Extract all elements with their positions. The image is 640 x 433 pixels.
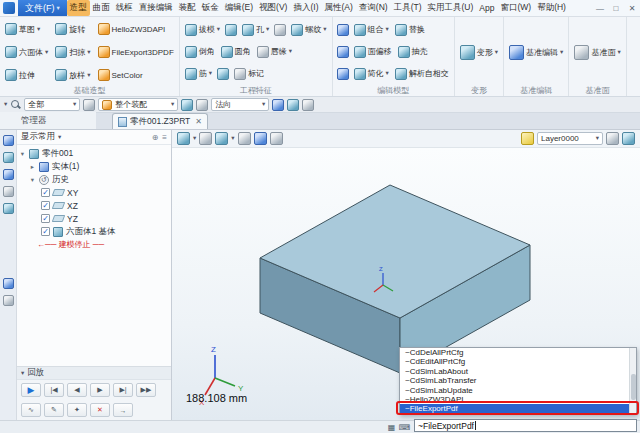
autocomplete-item[interactable]: ~CdSimLabAbout [400,367,629,376]
autocomplete-item[interactable]: ~CdSimLabTransfer [400,376,629,385]
tree-options-icon[interactable]: ≡ [162,133,167,142]
view-settings-icon[interactable] [622,132,635,145]
revolve-button[interactable]: 旋转 [53,19,92,39]
autocomplete-scrollbar[interactable] [629,348,636,414]
feature-tool-button-2[interactable] [273,20,287,40]
checkbox-checked[interactable]: ✓ [41,201,50,210]
snap-filter-icon[interactable] [181,99,193,111]
autocomplete-item[interactable]: ~CdDelAllPrtCfg [400,348,629,357]
checkbox-checked[interactable]: ✓ [41,214,50,223]
edit-tool-button-2[interactable] [336,42,350,62]
autocomplete-item-selected[interactable]: ~FileExportPdf [400,404,629,413]
extrude-button[interactable]: 拉伸 [3,65,50,85]
close-button[interactable]: ✕ [626,4,638,13]
menu-attributes[interactable]: 属性(A) [321,0,355,16]
maximize-button[interactable]: □ [610,4,622,13]
view-orientation-icon[interactable] [177,132,190,145]
chevron-down-icon[interactable]: ▾ [4,101,7,108]
go-to-start-button[interactable]: |◀ [44,383,64,397]
chevron-right-icon[interactable]: ▸ [29,163,36,171]
box-button[interactable]: 六面体▾ [3,42,50,62]
assembly-tab-icon[interactable] [3,169,14,180]
quick-tool-icon-3[interactable] [302,99,314,111]
menu-edit[interactable]: 编辑(E) [222,0,256,16]
datum-edit-button[interactable]: 基准编辑▾ [507,42,565,62]
visual-tab-icon[interactable] [3,203,14,214]
hello-zw3dapi-button[interactable]: HelloZW3DAPI [96,19,176,39]
scrollbar-thumb[interactable] [631,374,636,400]
lip-button[interactable]: 唇缘▾ [255,42,294,62]
tree-item-box-feature[interactable]: ✓ 六面体1 基体 [17,225,171,238]
jump-tool-button[interactable]: → [113,403,133,417]
layer-tab-icon[interactable] [3,186,14,197]
tree-item-plane-xz[interactable]: ✓ XZ [17,199,171,212]
loft-button[interactable]: 放样▾ [53,65,92,85]
quick-tool-icon-2[interactable] [287,99,299,111]
edit-tool-button[interactable]: ✎ [44,403,64,417]
delete-tool-button[interactable]: ✕ [90,403,110,417]
zoom-fit-icon[interactable] [270,132,283,145]
shade-mode-icon[interactable] [215,132,228,145]
feature-tool-button-1[interactable] [224,20,238,40]
curve-tool-button[interactable]: ∿ [21,403,41,417]
sketch-button[interactable]: 草图▾ [3,19,50,39]
visibility-icon[interactable] [606,132,619,145]
file-export-3dpdf-button[interactable]: FileExport3DPDF [96,42,176,62]
hole-button[interactable]: 孔▾ [240,20,271,40]
menu-inquire[interactable]: 查询(N) [356,0,391,16]
history-stop-marker[interactable]: ←── 建模停止 ── [17,238,171,251]
minimize-button[interactable]: — [594,4,606,13]
scope-dropdown[interactable]: 整个装配 ▾ [98,98,178,111]
resolve-self-intersection-button[interactable]: 解析自相交 [393,64,451,84]
section-view-icon[interactable] [254,132,267,145]
step-forward-button[interactable]: ▶ [90,383,110,397]
command-list-icon[interactable]: ▦ [386,422,397,433]
orientation-dropdown[interactable]: 法向 ▾ [211,98,269,111]
chevron-down-icon[interactable]: ▾ [193,135,196,142]
sweep-button[interactable]: 扫掠▾ [53,42,92,62]
face-offset-button[interactable]: 面偏移 [352,42,394,62]
document-tab[interactable]: 零件001.Z3PRT ✕ [112,113,208,129]
edit-tool-button-3[interactable] [336,64,350,84]
morph-button[interactable]: 变形▾ [458,42,500,62]
checkbox-checked[interactable]: ✓ [41,227,50,236]
menu-help[interactable]: 帮助(H) [534,0,569,16]
command-input[interactable]: ~FileExportPdf [414,419,637,432]
selection-mode-icon[interactable] [196,99,208,111]
rib-button[interactable]: 筋▾ [183,64,214,84]
simplify-button[interactable]: 简化▾ [352,64,391,84]
shell-button[interactable]: 抽壳 [396,42,430,62]
mark-button[interactable]: 标记 [232,64,266,84]
autocomplete-item[interactable]: ~CdEditAllPrtCfg [400,357,629,366]
expand-all-icon[interactable]: ⊕ [152,133,159,142]
fillet-button[interactable]: 圆角 [219,42,253,62]
tab-surface[interactable]: 曲面 [90,0,113,16]
close-tab-icon[interactable]: ✕ [195,117,202,126]
layer-icon[interactable] [521,132,534,145]
manager-tab-icon[interactable] [3,135,14,146]
menu-tools[interactable]: 工具(T) [391,0,425,16]
tab-direct-edit[interactable]: 直接编辑 [136,0,176,16]
role-tab-icon[interactable] [3,295,14,306]
playback-header[interactable]: ▾ 回放 [17,367,171,380]
thread-button[interactable]: 螺纹▾ [289,20,328,40]
pick-filter-icon[interactable] [83,99,95,111]
view-tab-icon[interactable] [3,278,14,289]
menu-utilities[interactable]: 实用工具(U) [425,0,477,16]
file-menu-button[interactable]: 文件(F) ▾ [18,0,67,17]
chevron-down-icon[interactable]: ▾ [29,176,36,184]
replace-button[interactable]: 替换 [393,20,427,40]
tree-item-part[interactable]: ▾ 零件001 [17,147,171,160]
combine-button[interactable]: 组合▾ [352,20,391,40]
menu-view[interactable]: 视图(V) [256,0,290,16]
history-tab-icon[interactable] [3,152,14,163]
autocomplete-item[interactable]: ~CdSimLabUpdate [400,386,629,395]
autocomplete-item[interactable]: ~HelloZW3DAPI [400,395,629,404]
feature-tool-button-3[interactable] [216,64,230,84]
edit-tool-button-1[interactable] [336,20,350,40]
display-mode-icon[interactable] [199,132,212,145]
menu-insert[interactable]: 插入(I) [290,0,321,16]
tab-sheet-metal[interactable]: 钣金 [199,0,222,16]
tree-item-plane-xy[interactable]: ✓ XY [17,186,171,199]
search-icon[interactable] [10,99,21,110]
